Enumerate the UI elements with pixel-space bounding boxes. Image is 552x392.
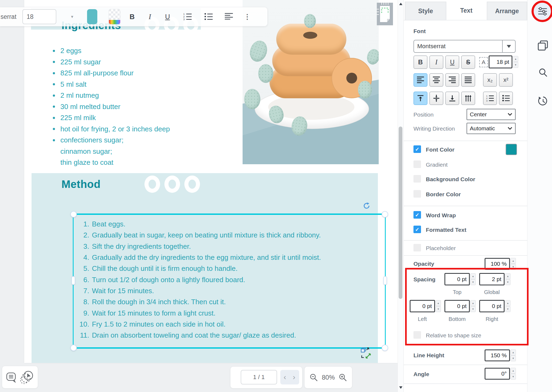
font-size-input[interactable]: 18 pt [489,55,512,68]
angle-input[interactable]: 0° [485,368,510,380]
resize-handle-bottom-left[interactable] [70,345,77,351]
tab-text[interactable]: Text [446,2,486,19]
text-color-swatch[interactable] [87,9,97,24]
font-family-dropdown-icon[interactable] [502,40,515,52]
line-height-stepper[interactable]: ▲▼ [510,349,516,361]
align-left-button[interactable] [413,73,427,87]
method-heading[interactable]: Method [61,178,101,190]
canvas-scrollbar[interactable] [398,0,404,392]
ingredients-list[interactable]: 2 eggs225 ml sugar825 ml all-purpose flo… [53,45,242,168]
history-icon[interactable] [538,96,548,107]
font-family-select[interactable]: Montserrat [413,40,516,53]
tab-style[interactable]: Style [405,2,446,20]
font-size-stepper[interactable]: ▲▼ [513,56,518,68]
font-family-partial[interactable]: serrat [1,13,16,20]
spacing-bottom-input[interactable]: 0 pt [444,300,470,312]
scroll-down-icon[interactable] [399,386,402,389]
page-number-input[interactable]: 1 / 1 [241,370,277,384]
comments-icon[interactable] [6,372,17,383]
resize-handle-bottom-right[interactable] [382,345,388,351]
resize-handle-top-left[interactable] [70,211,77,218]
border-color-checkbox[interactable] [413,190,421,198]
position-select[interactable]: Center [467,109,516,120]
formatted-text-checkbox[interactable]: ✓ [413,226,421,233]
previous-page-button[interactable]: ‹ [280,370,289,384]
line-spacing-button[interactable] [461,92,475,105]
opacity-stepper[interactable]: ▲▼ [510,258,516,270]
autofit-text-button[interactable]: A [479,57,488,67]
bullet-list-button[interactable] [499,92,513,105]
font-size-dropdown-icon[interactable]: ▼ [70,15,74,19]
pages-icon[interactable] [537,40,548,51]
writing-direction-select[interactable]: Automatic [467,123,516,134]
angle-stepper[interactable]: ▲▼ [510,368,516,380]
method-step: 4.Gradually add the dry ingredients to t… [77,252,379,263]
zoom-in-icon[interactable] [339,373,347,382]
candy-egg [258,64,273,83]
bold-button[interactable]: B [130,13,135,21]
vertical-align-top-button[interactable] [413,92,427,105]
search-icon[interactable] [538,68,548,78]
font-size-input[interactable]: 18 [22,9,56,24]
ingredient-item: 2 ml nutmeg [53,90,242,101]
spacing-global-stepper[interactable]: ▲▼ [505,273,510,285]
relative-to-shape-checkbox[interactable] [413,331,421,339]
align-center-button[interactable] [429,73,443,87]
zoom-level-value[interactable]: 80% [321,374,336,381]
more-options-kebab-icon[interactable]: ⋮ [244,13,251,21]
preview-play-icon[interactable] [19,370,34,385]
highlight-color-picker-icon[interactable] [109,9,120,24]
spacing-bottom-stepper[interactable]: ▲▼ [470,300,476,312]
selected-text-box[interactable]: 1.Beat eggs.2.Gradually beat in sugar, k… [73,214,386,349]
resize-handle-left[interactable] [71,276,75,285]
zoom-out-icon[interactable] [309,373,318,382]
app-window: Ingredients 2 eggs225 ml sugar825 ml all… [0,0,552,392]
align-right-button[interactable] [445,73,459,87]
spacing-top-stepper[interactable]: ▲▼ [470,273,476,285]
word-wrap-checkbox[interactable]: ✓ [413,211,421,219]
method-steps-list[interactable]: 1.Beat eggs.2.Gradually beat in sugar, k… [77,219,379,341]
subscript-button[interactable]: x₂ [483,73,497,87]
font-color-checkbox[interactable]: ✓ [413,145,421,153]
strikethrough-button[interactable]: S [461,55,475,69]
spacing-right-stepper[interactable]: ▲▼ [505,300,510,312]
scrollbar-thumb[interactable] [399,127,402,299]
ingredient-text: 5 ml salt [60,80,87,89]
resize-handle-right[interactable] [383,276,387,285]
italic-button[interactable]: I [429,55,443,69]
bold-button[interactable]: B [413,55,427,69]
tab-arrange[interactable]: Arrange [487,2,527,20]
spacing-top-input[interactable]: 0 pt [444,273,470,285]
rotate-icon[interactable] [362,202,370,210]
resize-handle-top-right[interactable] [382,211,388,218]
placeholder-checkbox[interactable] [413,244,421,251]
numbered-list-button[interactable]: 1 2 3 [183,12,192,21]
spacing-left-input[interactable]: 0 pt [410,300,435,312]
spacing-left-stepper[interactable]: ▲▼ [436,300,441,312]
underline-button[interactable]: U [445,55,459,69]
vertical-align-middle-button[interactable] [429,92,443,105]
opacity-input[interactable]: 100 % [485,258,510,270]
numbered-list-button[interactable]: 123 [483,92,497,105]
spacing-global-input[interactable]: 2 pt [479,273,505,285]
align-button[interactable] [225,12,233,21]
gradient-checkbox[interactable] [413,160,421,168]
next-page-button[interactable]: › [289,370,299,384]
scroll-up-icon[interactable] [399,3,402,5]
underline-button[interactable]: U [165,13,170,21]
line-height-input[interactable]: 150 % [485,349,510,361]
spacing-right-input[interactable]: 0 pt [479,300,505,312]
duplicate-resize-icons[interactable] [360,346,374,360]
properties-sliders-button[interactable] [534,3,551,20]
page-setup-icon[interactable] [376,2,394,26]
step-number: 4. [77,253,89,262]
align-justify-button[interactable] [461,73,475,87]
italic-button[interactable]: I [149,13,151,21]
background-color-checkbox[interactable] [413,175,421,183]
bullet-list-button[interactable] [204,12,213,21]
vertical-align-bottom-button[interactable] [445,92,459,105]
superscript-button[interactable]: x² [499,73,513,87]
font-color-swatch[interactable] [506,144,517,155]
step-number: 6. [77,276,89,284]
formatted-text-label: Formatted Text [426,227,466,233]
